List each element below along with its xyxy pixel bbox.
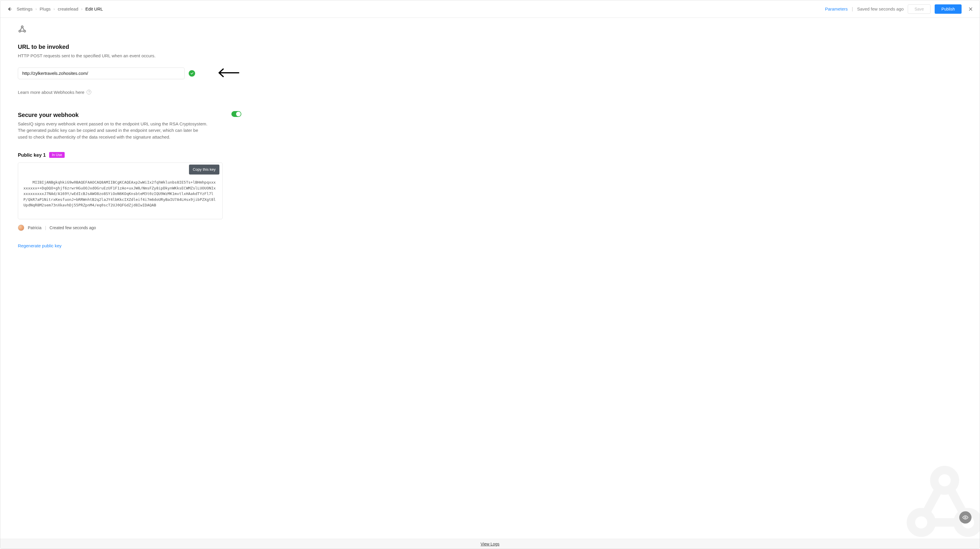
topbar-right: Parameters | Saved few seconds ago Save … xyxy=(825,5,974,14)
parameters-link[interactable]: Parameters xyxy=(825,6,848,11)
in-use-badge: In Use xyxy=(49,152,65,158)
url-valid-icon xyxy=(189,70,195,76)
webhook-icon xyxy=(18,25,962,35)
learn-more-row: Learn more about Webhooks here ? xyxy=(18,90,962,95)
help-icon[interactable]: ? xyxy=(87,90,91,94)
url-input-row xyxy=(18,68,962,79)
svg-point-4 xyxy=(934,470,955,490)
webhook-url-input[interactable] xyxy=(18,68,185,79)
background-logo xyxy=(898,457,980,539)
created-label: Created few seconds ago xyxy=(49,225,96,230)
close-button[interactable] xyxy=(967,6,974,12)
preview-button[interactable] xyxy=(959,511,972,524)
view-logs-link[interactable]: View Logs xyxy=(480,542,500,546)
main-content: URL to be invoked HTTP POST requests sen… xyxy=(0,18,980,539)
author-avatar xyxy=(18,225,24,231)
public-key-box: Copy this key MIIBIjANBgkqhkiG9w0BAQEFAA… xyxy=(18,163,223,219)
top-bar: Settings › Plugs › createlead › Edit URL… xyxy=(0,0,980,18)
crumb-createlead[interactable]: createlead xyxy=(57,6,78,11)
regenerate-key-link[interactable]: Regenerate public key xyxy=(18,243,61,248)
copy-key-button[interactable]: Copy this key xyxy=(189,165,220,175)
publish-button[interactable]: Publish xyxy=(935,5,962,14)
save-button: Save xyxy=(908,5,931,14)
eye-icon xyxy=(963,514,968,520)
crumb-plugs[interactable]: Plugs xyxy=(40,6,51,11)
annotation-arrow-icon xyxy=(217,68,240,79)
public-key-text: MIIBIjANBgkqhkiG9w0BAQEFAAOCAQ8AMIIBCgKC… xyxy=(24,180,216,207)
crumb-edit-url: Edit URL xyxy=(86,6,103,11)
divider: | xyxy=(852,6,853,12)
learn-more-text[interactable]: Learn more about Webhooks here xyxy=(18,90,84,95)
svg-point-5 xyxy=(911,512,931,533)
key-meta-row: Patricia | Created few seconds ago xyxy=(18,225,962,231)
secure-webhook-toggle[interactable] xyxy=(231,111,241,117)
secure-section: Secure your webhook SalesIQ signs every … xyxy=(18,112,962,141)
footer: View Logs xyxy=(0,539,980,549)
chevron-right-icon: › xyxy=(54,7,55,11)
public-key-header: Public key 1 In Use xyxy=(18,152,962,158)
url-section-title: URL to be invoked xyxy=(18,44,962,50)
breadcrumb: Settings › Plugs › createlead › Edit URL xyxy=(17,6,103,11)
topbar-left: Settings › Plugs › createlead › Edit URL xyxy=(6,6,103,13)
toggle-knob xyxy=(236,112,241,116)
crumb-settings[interactable]: Settings xyxy=(17,6,32,11)
back-button[interactable] xyxy=(6,6,13,13)
save-status: Saved few seconds ago xyxy=(857,6,904,11)
secure-section-title: Secure your webhook xyxy=(18,112,962,118)
divider: | xyxy=(45,225,46,230)
url-section-subtitle: HTTP POST requests sent to the specified… xyxy=(18,52,208,59)
secure-section-desc: SalesIQ signs every webhook event passed… xyxy=(18,121,208,141)
author-name: Patricia xyxy=(28,225,41,230)
svg-point-11 xyxy=(965,517,966,518)
chevron-right-icon: › xyxy=(35,7,37,11)
public-key-title: Public key 1 xyxy=(18,152,46,158)
chevron-right-icon: › xyxy=(81,7,82,11)
